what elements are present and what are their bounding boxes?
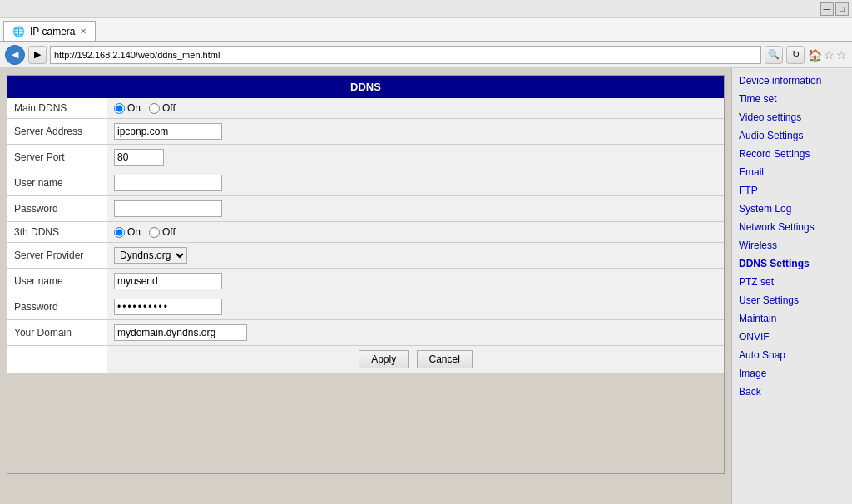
server-address-cell <box>107 119 724 145</box>
main-ddns-label: Main DDNS <box>7 98 107 119</box>
table-row: Server Address <box>7 119 724 145</box>
sidebar-item-device-information[interactable]: Device information <box>732 72 852 90</box>
star2-icon[interactable]: ☆ <box>836 48 847 62</box>
third-ddns-on-radio[interactable] <box>114 227 125 238</box>
refresh-button[interactable]: ↻ <box>786 46 805 64</box>
sidebar-item-user-settings[interactable]: User Settings <box>732 291 852 309</box>
sidebar-item-image[interactable]: Image <box>732 364 852 383</box>
tab-bar: 🌐 IP camera ✕ <box>0 18 852 42</box>
password-input[interactable] <box>114 200 222 217</box>
content-area: DDNS Main DDNS On <box>0 68 852 504</box>
button-label-cell <box>7 346 107 373</box>
main-ddns-cell: On Off <box>107 98 724 119</box>
server-provider-label: Server Provider <box>7 243 107 269</box>
sidebar-item-wireless[interactable]: Wireless <box>732 236 852 254</box>
your-domain-cell <box>107 320 724 346</box>
server-address-input[interactable] <box>114 123 222 140</box>
third-ddns-on-label[interactable]: On <box>114 226 141 238</box>
favorites-icons: 🏠 ☆ ☆ <box>808 48 847 62</box>
table-row: Main DDNS On Off <box>7 98 724 119</box>
cancel-button[interactable]: Cancel <box>417 350 473 368</box>
table-row: Password <box>7 196 724 222</box>
table-row: 3th DDNS On Off <box>7 222 724 243</box>
password-cell <box>107 196 724 222</box>
your-domain-label: Your Domain <box>7 320 107 346</box>
sidebar-item-video-settings[interactable]: Video settings <box>732 108 852 126</box>
url-input[interactable] <box>50 46 761 64</box>
third-ddns-cell: On Off <box>107 222 724 243</box>
panel-inner: DDNS Main DDNS On <box>7 75 725 474</box>
server-port-input[interactable] <box>114 149 164 166</box>
tab-title: IP camera <box>30 26 75 37</box>
table-row: User name <box>7 170 724 196</box>
home-icon[interactable]: 🏠 <box>808 48 822 62</box>
sidebar: Device information Time set Video settin… <box>731 68 852 504</box>
apply-button[interactable]: Apply <box>359 350 409 368</box>
user-name-label: User name <box>7 170 107 196</box>
user-name2-label: User name <box>7 269 107 294</box>
third-ddns-off-label[interactable]: Off <box>149 226 176 238</box>
sidebar-item-email[interactable]: Email <box>732 163 852 181</box>
main-panel: DDNS Main DDNS On <box>0 68 731 504</box>
sidebar-item-ddns-settings[interactable]: DDNS Settings <box>732 254 852 273</box>
table-row: Server Provider Dyndns.org No-IP.com Ora… <box>7 243 724 269</box>
table-row: Server Port <box>7 145 724 170</box>
third-ddns-off-radio[interactable] <box>149 227 160 238</box>
password2-label: Password <box>7 294 107 320</box>
button-cell: Apply Cancel <box>107 346 724 373</box>
page-title: DDNS <box>350 81 381 93</box>
sidebar-item-maintain[interactable]: Maintain <box>732 309 852 328</box>
maximize-button[interactable]: □ <box>835 2 849 16</box>
title-bar-buttons: — □ <box>820 2 849 16</box>
user-name2-input[interactable] <box>114 273 222 289</box>
tab-favicon: 🌐 <box>12 26 25 37</box>
star-icon[interactable]: ☆ <box>824 48 835 62</box>
button-row: Apply Cancel <box>7 346 724 373</box>
server-provider-cell: Dyndns.org No-IP.com Oray.net <box>107 243 724 269</box>
sidebar-item-record-settings[interactable]: Record Settings <box>732 145 852 163</box>
user-name-input[interactable] <box>114 175 222 191</box>
sidebar-item-audio-settings[interactable]: Audio Settings <box>732 126 852 145</box>
your-domain-input[interactable] <box>114 324 247 341</box>
main-ddns-on-label[interactable]: On <box>114 102 141 114</box>
sidebar-item-ptz-set[interactable]: PTZ set <box>732 273 852 291</box>
password-label: Password <box>7 196 107 222</box>
server-provider-select[interactable]: Dyndns.org No-IP.com Oray.net <box>114 247 187 264</box>
sidebar-item-ftp[interactable]: FTP <box>732 181 852 200</box>
main-ddns-radio-group: On Off <box>114 102 717 114</box>
password2-input[interactable] <box>114 299 222 315</box>
server-port-cell <box>107 145 724 170</box>
sidebar-item-network-settings[interactable]: Network Settings <box>732 218 852 236</box>
back-button[interactable]: ◀ <box>5 45 25 65</box>
forward-button[interactable]: ▶ <box>28 46 47 64</box>
sidebar-item-back[interactable]: Back <box>732 383 852 401</box>
address-bar: ◀ ▶ 🔍 ↻ 🏠 ☆ ☆ <box>0 42 852 68</box>
table-row: Your Domain <box>7 320 724 346</box>
main-ddns-off-radio[interactable] <box>149 103 160 114</box>
ddns-header: DDNS <box>7 76 724 98</box>
tab-close-button[interactable]: ✕ <box>80 27 87 36</box>
ddns-form: Main DDNS On Off <box>7 98 724 373</box>
third-ddns-radio-group: On Off <box>114 226 717 238</box>
table-row: User name <box>7 269 724 294</box>
sidebar-item-time-set[interactable]: Time set <box>732 90 852 108</box>
minimize-button[interactable]: — <box>820 2 834 16</box>
server-port-label: Server Port <box>7 145 107 170</box>
user-name-cell <box>107 170 724 196</box>
table-row: Password <box>7 294 724 320</box>
user-name2-cell <box>107 269 724 294</box>
title-bar: — □ <box>0 0 852 18</box>
search-button[interactable]: 🔍 <box>765 46 783 64</box>
sidebar-item-onvif[interactable]: ONVIF <box>732 328 852 346</box>
main-ddns-off-label[interactable]: Off <box>149 102 176 114</box>
third-ddns-label: 3th DDNS <box>7 222 107 243</box>
sidebar-item-system-log[interactable]: System Log <box>732 200 852 218</box>
main-ddns-on-radio[interactable] <box>114 103 125 114</box>
sidebar-item-auto-snap[interactable]: Auto Snap <box>732 346 852 364</box>
server-address-label: Server Address <box>7 119 107 145</box>
password2-cell <box>107 294 724 320</box>
browser-tab[interactable]: 🌐 IP camera ✕ <box>3 21 96 41</box>
